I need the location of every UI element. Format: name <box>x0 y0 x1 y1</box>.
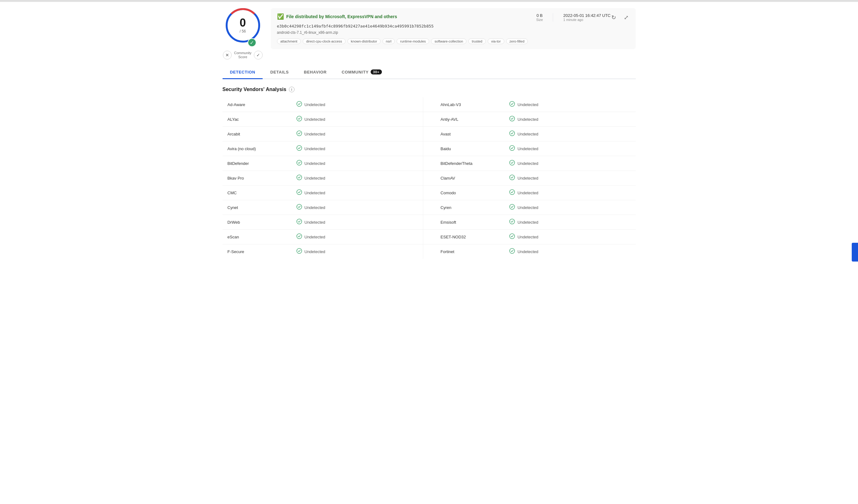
vendor-status-text-right: Undetected <box>518 234 538 239</box>
vendor-status-text-right: Undetected <box>518 102 538 107</box>
vendor-status-text-left: Undetected <box>305 191 325 195</box>
green-check-badge: ✓ <box>248 38 256 47</box>
vendor-status-text-left: Undetected <box>305 205 325 210</box>
tab-behavior[interactable]: BEHAVIOR <box>297 66 334 79</box>
table-row: ALYac Undetected Antiy-AVL <box>223 112 636 127</box>
community-score-row: ✕ CommunityScore ✓ <box>223 51 263 60</box>
expand-button[interactable]: ⤢ <box>621 13 631 22</box>
vendor-name-left: eScan <box>223 230 291 244</box>
section-title-text: Security Vendors' Analysis <box>223 87 286 92</box>
tag-software-collection[interactable]: software-collection <box>431 38 466 44</box>
vendor-status-text-left: Undetected <box>305 146 325 151</box>
svg-point-7 <box>510 145 514 150</box>
check-icon: ✓ <box>256 52 260 58</box>
vendor-status-text-right: Undetected <box>518 191 538 195</box>
svg-point-10 <box>297 175 302 180</box>
score-number: 0 <box>239 17 246 29</box>
expand-icon: ⤢ <box>624 14 629 21</box>
vendor-name-right: Antiy-AVL <box>435 112 504 127</box>
score-wrapper: 0 / 56 ✓ ✕ CommunityScore ✓ <box>223 8 263 60</box>
file-hash: e3b0c44298fc1c149afbf4c8996fb92427ae41e4… <box>277 24 630 29</box>
score-circle: 0 / 56 <box>226 8 260 43</box>
tag-trusted[interactable]: trusted <box>468 38 486 44</box>
table-row: Cynet Undetected Cyren <box>223 200 636 215</box>
vendor-name-left: BitDefender <box>223 156 291 171</box>
vendor-status-text-right: Undetected <box>518 146 538 151</box>
vendor-status-left: Undetected <box>291 200 423 215</box>
check-button[interactable]: ✓ <box>254 51 263 60</box>
vendor-status-text-left: Undetected <box>305 176 325 180</box>
tag-nsrl[interactable]: nsrl <box>382 38 395 44</box>
tab-community[interactable]: COMMUNITY 30+ <box>334 66 390 79</box>
tab-behavior-label: BEHAVIOR <box>304 70 327 75</box>
tag-direct-cpu-clock-access[interactable]: direct-cpu-clock-access <box>303 38 346 44</box>
tab-detection[interactable]: DETECTION <box>223 66 263 79</box>
refresh-button[interactable]: ↻ <box>609 13 619 22</box>
info-icon[interactable]: i <box>289 87 295 92</box>
svg-point-12 <box>297 190 302 195</box>
vendor-status-left: Undetected <box>291 127 423 142</box>
vendor-status-text-right: Undetected <box>518 176 538 180</box>
tag-via-tor[interactable]: via-tor <box>488 38 504 44</box>
table-row: Ad-Aware Undetected AhnLab-V3 <box>223 97 636 112</box>
svg-point-9 <box>510 160 514 165</box>
svg-point-8 <box>297 160 302 165</box>
vendors-table: Ad-Aware Undetected AhnLab-V3 <box>223 97 636 259</box>
vendor-name-right: Fortinet <box>435 244 504 259</box>
tag-zero-filled[interactable]: zero-filled <box>506 38 528 44</box>
section-title: Security Vendors' Analysis i <box>223 87 636 92</box>
close-icon: ✕ <box>225 52 229 58</box>
undetected-icon-right <box>509 130 515 137</box>
header-section: 0 / 56 ✓ ✕ CommunityScore ✓ ✅ File distr… <box>223 8 636 60</box>
x-button[interactable]: ✕ <box>223 51 232 60</box>
undetected-icon-left <box>297 219 302 226</box>
undetected-icon-right <box>509 116 515 123</box>
svg-point-19 <box>510 234 514 239</box>
vendor-status-left: Undetected <box>291 97 423 112</box>
svg-point-21 <box>510 248 514 254</box>
vendor-status-text-left: Undetected <box>305 132 325 136</box>
vendor-name-left: ALYac <box>223 112 291 127</box>
vendor-status-right: Undetected <box>504 127 635 142</box>
vendor-name-right: Cyren <box>435 200 504 215</box>
tabs-section: DETECTION DETAILS BEHAVIOR COMMUNITY 30+ <box>223 66 636 79</box>
undetected-icon-left <box>297 204 302 211</box>
table-row: BitDefender Undetected BitDefenderTheta <box>223 156 636 171</box>
vendor-status-right: Undetected <box>504 185 635 200</box>
svg-point-18 <box>297 234 302 239</box>
svg-point-0 <box>297 101 302 107</box>
undetected-icon-right <box>509 175 515 181</box>
score-total: / 56 <box>239 29 246 33</box>
vendor-name-right: Emsisoft <box>435 215 504 230</box>
tags-row: attachmentdirect-cpu-clock-accessknown-d… <box>277 38 630 44</box>
distribution-text: File distributed by Microsoft, ExpressVP… <box>286 14 397 19</box>
vendor-status-right: Undetected <box>504 97 635 112</box>
svg-point-14 <box>297 204 302 209</box>
vendor-status-text-right: Undetected <box>518 220 538 225</box>
svg-point-4 <box>297 131 302 136</box>
scrollbar-indicator[interactable] <box>852 243 858 262</box>
vendor-status-left: Undetected <box>291 215 423 230</box>
svg-point-20 <box>297 248 302 254</box>
svg-point-15 <box>510 204 514 209</box>
size-label: Size <box>536 18 543 21</box>
tab-details[interactable]: DETAILS <box>263 66 296 79</box>
file-info-section: ✅ File distributed by Microsoft, Express… <box>271 8 636 49</box>
vendor-status-text-right: Undetected <box>518 117 538 122</box>
svg-point-5 <box>510 131 514 136</box>
tag-runtime-modules[interactable]: runtime-modules <box>397 38 429 44</box>
svg-point-11 <box>510 175 514 180</box>
table-row: eScan Undetected ESET-NOD32 <box>223 230 636 244</box>
tab-community-label: COMMUNITY <box>342 70 369 75</box>
vendor-status-text-left: Undetected <box>305 117 325 122</box>
undetected-icon-left <box>297 248 302 255</box>
undetected-icon-left <box>297 233 302 240</box>
tag-attachment[interactable]: attachment <box>277 38 301 44</box>
tag-known-distributor[interactable]: known-distributor <box>348 38 381 44</box>
vendor-name-right: Comodo <box>435 185 504 200</box>
vendor-status-right: Undetected <box>504 200 635 215</box>
vendor-status-right: Undetected <box>504 142 635 156</box>
vendor-name-right: BitDefenderTheta <box>435 156 504 171</box>
undetected-icon-right <box>509 160 515 167</box>
distribution-check-icon: ✅ <box>277 13 284 20</box>
